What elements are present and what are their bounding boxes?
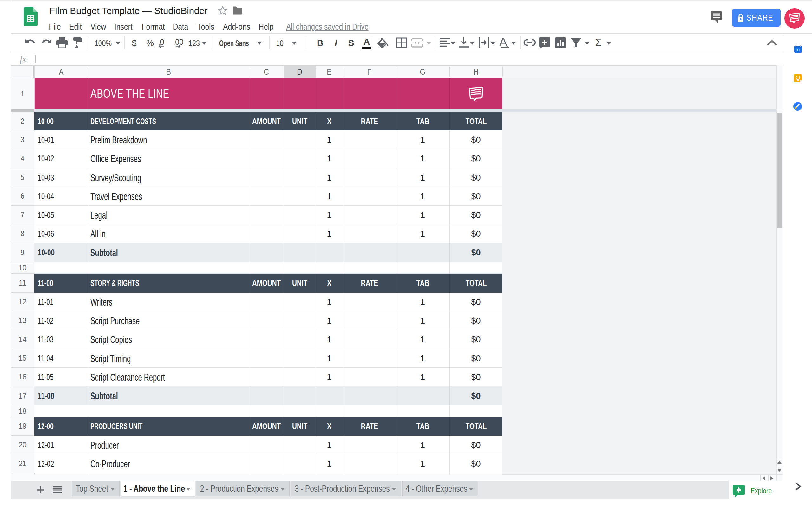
svg-text:31: 31 — [796, 48, 800, 52]
